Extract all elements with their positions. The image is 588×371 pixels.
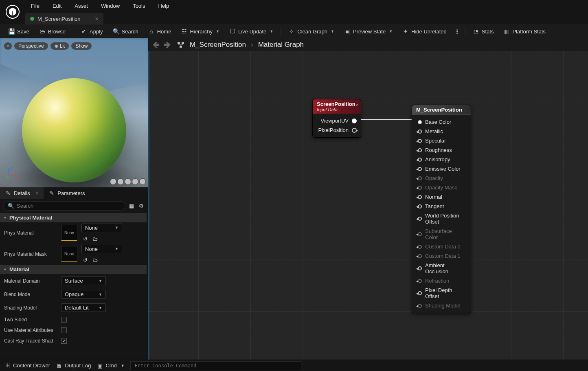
input-pin-roughness[interactable]: Roughness xyxy=(415,145,467,155)
menu-window[interactable]: Window xyxy=(94,1,126,11)
settings-gear-icon[interactable]: ⚙ xyxy=(138,202,145,210)
nav-back-icon[interactable]: 🡸 xyxy=(152,41,160,49)
pin-icon[interactable] xyxy=(418,158,422,162)
two-sided-checkbox[interactable] xyxy=(61,317,67,323)
details-search-input[interactable] xyxy=(17,203,121,209)
hierarchy-button[interactable]: ☷Hierarchy▼ xyxy=(177,26,224,36)
sphere-icon[interactable] xyxy=(117,178,124,185)
clean-graph-button[interactable]: ✧Clean Graph▼ xyxy=(284,26,338,36)
input-pin-metallic[interactable]: Metallic xyxy=(415,127,467,136)
preview-state-button[interactable]: ▣Preview State▼ xyxy=(340,26,397,36)
node-screen-position[interactable]: ScreenPosition Input Data ⌄ ViewportUV P… xyxy=(312,99,361,138)
breadcrumb-root[interactable]: M_ScreenPosition xyxy=(190,41,246,49)
close-icon[interactable]: × xyxy=(33,190,39,196)
blend-mode-dropdown[interactable]: Opaque▼ xyxy=(61,290,106,299)
chevron-down-icon[interactable]: ⌄ xyxy=(355,102,358,106)
output-log-button[interactable]: 🗎Output Log xyxy=(56,362,91,369)
menu-file[interactable]: File xyxy=(24,1,46,11)
shading-model-dropdown[interactable]: Default Lit▼ xyxy=(61,303,106,312)
menu-tools[interactable]: Tools xyxy=(126,1,151,11)
save-button[interactable]: 💾Save xyxy=(4,26,33,36)
viewport-lit-button[interactable]: Lit xyxy=(50,42,69,50)
use-asset-icon[interactable]: ↺ xyxy=(81,257,89,264)
input-pin-ambient-occlusion[interactable]: Ambient Occlusion xyxy=(415,261,467,276)
input-pin-normal[interactable]: Normal xyxy=(415,192,467,202)
platform-stats-button[interactable]: ▥Platform Stats xyxy=(499,26,550,36)
pin-icon[interactable] xyxy=(352,128,357,133)
pin-icon[interactable] xyxy=(418,139,422,143)
pin-icon[interactable] xyxy=(418,148,422,152)
plane-icon[interactable] xyxy=(125,178,131,185)
menu-edit[interactable]: Edit xyxy=(46,1,68,11)
stats-button[interactable]: ◔Stats xyxy=(469,26,498,36)
node-header[interactable]: M_ScreenPosition xyxy=(412,105,471,115)
hide-unrelated-button[interactable]: ✦Hide Unrelated xyxy=(398,26,451,36)
preview-viewport[interactable]: ≡ Perspective Lit Show Z X xyxy=(0,38,148,187)
input-pin-pixel-depth-offset[interactable]: Pixel Depth Offset xyxy=(415,285,467,301)
nav-forward-icon[interactable]: 🡺 xyxy=(164,41,171,49)
pin-icon[interactable] xyxy=(418,195,422,199)
content-drawer-button[interactable]: 🗄Content Drawer xyxy=(4,362,50,369)
cast-rt-checkbox[interactable]: ✔ xyxy=(61,338,67,344)
pin-icon[interactable] xyxy=(418,204,422,209)
node-material-result[interactable]: M_ScreenPosition Base ColorMetallicSpecu… xyxy=(412,105,471,313)
asset-thumbnail[interactable]: None xyxy=(61,246,77,262)
chevron-down-icon: ▼ xyxy=(115,226,118,230)
menu-asset[interactable]: Asset xyxy=(68,1,94,11)
pin-icon[interactable] xyxy=(418,130,422,134)
node-header[interactable]: ScreenPosition Input Data ⌄ xyxy=(313,99,361,114)
pin-icon[interactable] xyxy=(418,266,422,270)
browse-asset-icon[interactable]: 🗁 xyxy=(91,235,99,243)
browse-button[interactable]: 🗁Browse xyxy=(35,26,70,36)
cube-icon[interactable] xyxy=(132,178,138,185)
asset-thumbnail[interactable]: None xyxy=(61,225,77,241)
pin-icon[interactable] xyxy=(418,217,422,221)
pin-icon[interactable] xyxy=(418,291,422,295)
more-button[interactable] xyxy=(452,30,462,33)
viewport-perspective-button[interactable]: Perspective xyxy=(14,42,48,50)
pin-icon[interactable] xyxy=(352,119,357,123)
live-update-button[interactable]: 🖵Live Update▼ xyxy=(225,26,277,36)
details-panel[interactable]: ▼Physical Material Phys Material None No… xyxy=(0,213,148,360)
stats-icon: ◔ xyxy=(473,28,479,35)
asset-tab-m-screenposition[interactable]: M_ScreenPosition × xyxy=(25,13,103,24)
pin-icon[interactable] xyxy=(418,167,422,171)
viewport-show-button[interactable]: Show xyxy=(71,42,92,50)
console-command-input[interactable] xyxy=(130,361,301,370)
use-asset-icon[interactable]: ↺ xyxy=(81,235,89,243)
input-pin-emissive-color[interactable]: Emissive Color xyxy=(415,164,467,173)
primitive-shape-selector[interactable] xyxy=(110,178,146,185)
input-pin-anisotropy[interactable]: Anisotropy xyxy=(415,155,467,164)
use-mat-attrs-checkbox[interactable] xyxy=(61,327,67,333)
cylinder-icon[interactable] xyxy=(110,178,116,185)
output-pin-viewportuv[interactable]: ViewportUV xyxy=(316,116,358,125)
tab-details[interactable]: ✎ Details × xyxy=(0,187,44,199)
output-pin-pixelposition[interactable]: PixelPosition xyxy=(316,125,358,135)
breadcrumb-leaf[interactable]: Material Graph xyxy=(258,41,304,49)
close-icon[interactable]: × xyxy=(84,15,99,22)
custom-mesh-icon[interactable] xyxy=(139,178,146,185)
toolbar: 💾Save 🗁Browse ✔Apply 🔍Search ⌂Home ☷Hier… xyxy=(0,24,588,38)
prop-label: Phys Material xyxy=(4,230,57,236)
material-domain-dropdown[interactable]: Surface▼ xyxy=(61,277,106,285)
viewport-menu-button[interactable]: ≡ xyxy=(4,42,12,50)
asset-dropdown[interactable]: None▼ xyxy=(81,224,122,232)
grid-view-icon[interactable]: ▦ xyxy=(128,202,135,210)
apply-button[interactable]: ✔Apply xyxy=(77,26,107,36)
input-pin-tangent[interactable]: Tangent xyxy=(415,202,467,211)
input-pin-base-color[interactable]: Base Color xyxy=(415,117,467,127)
pin-icon[interactable] xyxy=(418,120,422,124)
category-material[interactable]: ▼Material xyxy=(0,265,147,274)
browse-asset-icon[interactable]: 🗁 xyxy=(91,257,99,264)
home-button[interactable]: ⌂Home xyxy=(144,26,176,36)
input-pin-world-position-offset[interactable]: World Position Offset xyxy=(415,211,467,226)
material-graph-canvas[interactable]: ScreenPosition Input Data ⌄ ViewportUV P… xyxy=(148,51,588,360)
category-physical-material[interactable]: ▼Physical Material xyxy=(0,213,147,222)
menu-help[interactable]: Help xyxy=(151,1,176,11)
asset-dropdown[interactable]: None▼ xyxy=(81,245,122,253)
input-pin-specular[interactable]: Specular xyxy=(415,136,467,145)
tab-parameters[interactable]: ✎ Parameters xyxy=(44,187,90,199)
details-search-box[interactable]: 🔍 xyxy=(3,201,125,211)
cmd-selector[interactable]: ▣Cmd▼ xyxy=(97,362,124,369)
search-button[interactable]: 🔍Search xyxy=(109,26,143,36)
